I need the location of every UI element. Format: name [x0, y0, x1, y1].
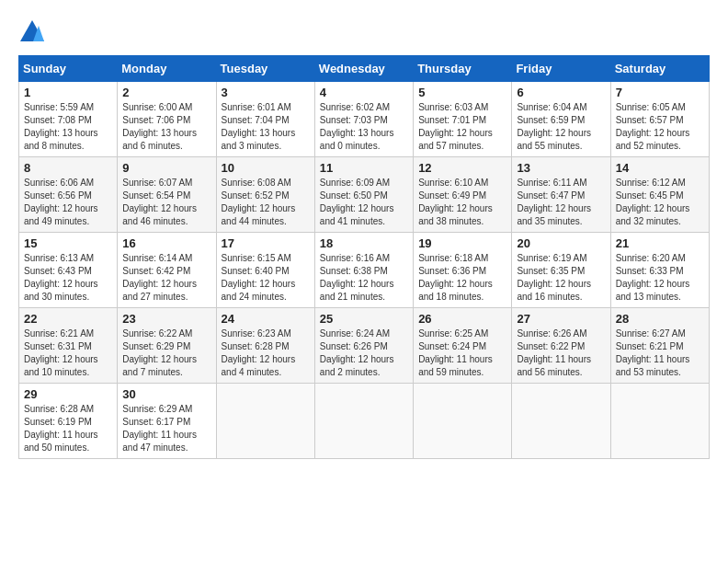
day-info: Sunrise: 5:59 AMSunset: 7:08 PMDaylight:… — [24, 102, 98, 151]
day-info: Sunrise: 6:24 AMSunset: 6:26 PMDaylight:… — [320, 328, 394, 377]
day-number: 7 — [616, 86, 704, 99]
day-info: Sunrise: 6:22 AMSunset: 6:29 PMDaylight:… — [122, 328, 197, 377]
day-info: Sunrise: 6:11 AMSunset: 6:47 PMDaylight:… — [517, 178, 591, 226]
day-info: Sunrise: 6:03 AMSunset: 7:01 PMDaylight:… — [418, 102, 493, 151]
day-info: Sunrise: 6:14 AMSunset: 6:42 PMDaylight:… — [122, 253, 197, 302]
day-number: 23 — [122, 312, 210, 326]
day-info: Sunrise: 6:18 AMSunset: 6:36 PMDaylight:… — [418, 253, 493, 302]
calendar-day-cell: 24 Sunrise: 6:23 AMSunset: 6:28 PMDaylig… — [216, 308, 314, 384]
day-number: 26 — [418, 312, 506, 326]
calendar-day-cell: 18 Sunrise: 6:16 AMSunset: 6:38 PMDaylig… — [314, 233, 413, 308]
calendar-day-cell: 20 Sunrise: 6:19 AMSunset: 6:35 PMDaylig… — [512, 233, 610, 308]
day-of-week-header: Wednesday — [314, 56, 413, 82]
day-number: 10 — [222, 161, 310, 175]
day-info: Sunrise: 6:02 AMSunset: 7:03 PMDaylight:… — [320, 102, 394, 151]
day-number: 18 — [320, 236, 408, 250]
logo — [18, 18, 50, 46]
day-number: 20 — [517, 236, 605, 250]
calendar-day-cell — [414, 384, 512, 459]
day-info: Sunrise: 6:26 AMSunset: 6:22 PMDaylight:… — [517, 328, 591, 377]
day-number: 19 — [418, 236, 506, 250]
calendar-day-cell: 8 Sunrise: 6:06 AMSunset: 6:56 PMDayligh… — [19, 157, 118, 233]
calendar-day-cell — [512, 384, 610, 459]
calendar-day-cell: 21 Sunrise: 6:20 AMSunset: 6:33 PMDaylig… — [610, 233, 709, 308]
calendar-day-cell: 17 Sunrise: 6:15 AMSunset: 6:40 PMDaylig… — [216, 233, 314, 308]
calendar-day-cell: 23 Sunrise: 6:22 AMSunset: 6:29 PMDaylig… — [118, 308, 216, 384]
day-info: Sunrise: 6:19 AMSunset: 6:35 PMDaylight:… — [517, 253, 591, 302]
calendar-day-cell: 6 Sunrise: 6:04 AMSunset: 6:59 PMDayligh… — [512, 82, 610, 157]
day-number: 29 — [24, 387, 112, 401]
day-number: 14 — [616, 161, 704, 175]
calendar-day-cell: 11 Sunrise: 6:09 AMSunset: 6:50 PMDaylig… — [314, 157, 413, 233]
calendar-day-cell — [314, 384, 413, 459]
calendar-day-cell: 22 Sunrise: 6:21 AMSunset: 6:31 PMDaylig… — [19, 308, 118, 384]
calendar-day-cell: 9 Sunrise: 6:07 AMSunset: 6:54 PMDayligh… — [118, 157, 216, 233]
logo-icon — [18, 18, 46, 46]
day-info: Sunrise: 6:29 AMSunset: 6:17 PMDaylight:… — [122, 404, 197, 453]
calendar-day-cell: 1 Sunrise: 5:59 AMSunset: 7:08 PMDayligh… — [19, 82, 118, 157]
calendar-day-cell: 25 Sunrise: 6:24 AMSunset: 6:26 PMDaylig… — [314, 308, 413, 384]
day-number: 24 — [222, 312, 310, 326]
calendar-day-cell: 12 Sunrise: 6:10 AMSunset: 6:49 PMDaylig… — [414, 157, 512, 233]
calendar-day-cell: 19 Sunrise: 6:18 AMSunset: 6:36 PMDaylig… — [414, 233, 512, 308]
calendar-week-row: 15 Sunrise: 6:13 AMSunset: 6:43 PMDaylig… — [19, 233, 710, 308]
page-header — [18, 18, 710, 46]
day-number: 4 — [320, 86, 408, 99]
day-of-week-header: Saturday — [610, 56, 709, 82]
calendar-day-cell — [610, 384, 709, 459]
calendar-day-cell: 3 Sunrise: 6:01 AMSunset: 7:04 PMDayligh… — [216, 82, 314, 157]
calendar-day-cell: 26 Sunrise: 6:25 AMSunset: 6:24 PMDaylig… — [414, 308, 512, 384]
calendar-day-cell: 29 Sunrise: 6:28 AMSunset: 6:19 PMDaylig… — [19, 384, 118, 459]
day-number: 13 — [517, 161, 605, 175]
day-number: 6 — [517, 86, 605, 99]
calendar-day-cell: 7 Sunrise: 6:05 AMSunset: 6:57 PMDayligh… — [610, 82, 709, 157]
day-of-week-header: Thursday — [414, 56, 512, 82]
day-number: 9 — [122, 161, 210, 175]
day-number: 1 — [24, 86, 112, 99]
day-of-week-header: Tuesday — [216, 56, 314, 82]
calendar-day-cell: 27 Sunrise: 6:26 AMSunset: 6:22 PMDaylig… — [512, 308, 610, 384]
calendar-day-cell: 5 Sunrise: 6:03 AMSunset: 7:01 PMDayligh… — [414, 82, 512, 157]
day-info: Sunrise: 6:09 AMSunset: 6:50 PMDaylight:… — [320, 178, 394, 226]
day-number: 30 — [122, 387, 210, 401]
day-info: Sunrise: 6:13 AMSunset: 6:43 PMDaylight:… — [24, 253, 98, 302]
calendar-day-cell: 2 Sunrise: 6:00 AMSunset: 7:06 PMDayligh… — [118, 82, 216, 157]
day-info: Sunrise: 6:04 AMSunset: 6:59 PMDaylight:… — [517, 102, 591, 151]
calendar-day-cell: 14 Sunrise: 6:12 AMSunset: 6:45 PMDaylig… — [610, 157, 709, 233]
day-info: Sunrise: 6:01 AMSunset: 7:04 PMDaylight:… — [222, 102, 296, 151]
day-info: Sunrise: 6:05 AMSunset: 6:57 PMDaylight:… — [616, 102, 690, 151]
calendar-day-cell: 10 Sunrise: 6:08 AMSunset: 6:52 PMDaylig… — [216, 157, 314, 233]
day-info: Sunrise: 6:27 AMSunset: 6:21 PMDaylight:… — [616, 328, 690, 377]
day-number: 5 — [418, 86, 506, 99]
day-of-week-header: Friday — [512, 56, 610, 82]
day-number: 12 — [418, 161, 506, 175]
day-number: 16 — [122, 236, 210, 250]
day-info: Sunrise: 6:21 AMSunset: 6:31 PMDaylight:… — [24, 328, 98, 377]
day-number: 15 — [24, 236, 112, 250]
day-number: 28 — [616, 312, 704, 326]
calendar-week-row: 29 Sunrise: 6:28 AMSunset: 6:19 PMDaylig… — [19, 384, 710, 459]
day-info: Sunrise: 6:07 AMSunset: 6:54 PMDaylight:… — [122, 178, 197, 226]
calendar-day-cell: 16 Sunrise: 6:14 AMSunset: 6:42 PMDaylig… — [118, 233, 216, 308]
day-number: 25 — [320, 312, 408, 326]
day-info: Sunrise: 6:16 AMSunset: 6:38 PMDaylight:… — [320, 253, 394, 302]
day-number: 2 — [122, 86, 210, 99]
day-info: Sunrise: 6:12 AMSunset: 6:45 PMDaylight:… — [616, 178, 690, 226]
calendar-day-cell — [216, 384, 314, 459]
calendar-week-row: 1 Sunrise: 5:59 AMSunset: 7:08 PMDayligh… — [19, 82, 710, 157]
calendar-day-cell: 4 Sunrise: 6:02 AMSunset: 7:03 PMDayligh… — [314, 82, 413, 157]
day-info: Sunrise: 6:00 AMSunset: 7:06 PMDaylight:… — [122, 102, 197, 151]
day-of-week-header: Monday — [118, 56, 216, 82]
day-info: Sunrise: 6:10 AMSunset: 6:49 PMDaylight:… — [418, 178, 493, 226]
calendar-week-row: 22 Sunrise: 6:21 AMSunset: 6:31 PMDaylig… — [19, 308, 710, 384]
calendar-week-row: 8 Sunrise: 6:06 AMSunset: 6:56 PMDayligh… — [19, 157, 710, 233]
day-info: Sunrise: 6:28 AMSunset: 6:19 PMDaylight:… — [24, 404, 98, 453]
day-number: 11 — [320, 161, 408, 175]
calendar-day-cell: 30 Sunrise: 6:29 AMSunset: 6:17 PMDaylig… — [118, 384, 216, 459]
day-info: Sunrise: 6:20 AMSunset: 6:33 PMDaylight:… — [616, 253, 690, 302]
calendar-day-cell: 15 Sunrise: 6:13 AMSunset: 6:43 PMDaylig… — [19, 233, 118, 308]
day-number: 27 — [517, 312, 605, 326]
day-number: 22 — [24, 312, 112, 326]
calendar-header-row: SundayMondayTuesdayWednesdayThursdayFrid… — [19, 56, 710, 82]
day-info: Sunrise: 6:25 AMSunset: 6:24 PMDaylight:… — [418, 328, 493, 377]
